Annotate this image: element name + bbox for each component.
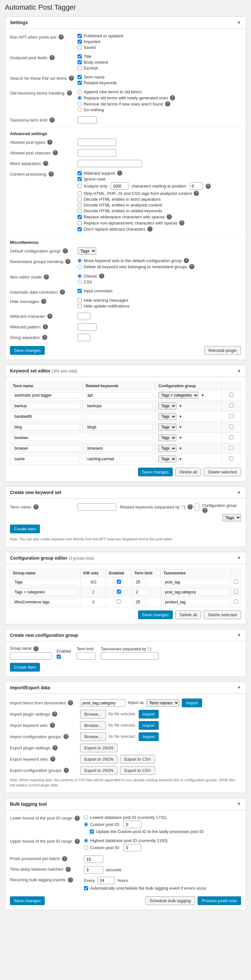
kw-group-select[interactable]: Tags + categories xyxy=(158,392,198,399)
run-apt-published-checkbox[interactable] xyxy=(78,34,82,38)
kw-row-checkbox[interactable] xyxy=(229,403,233,407)
input-correction-checkbox[interactable] xyxy=(78,289,82,293)
kw-term-input[interactable] xyxy=(13,456,80,462)
kw-group-select[interactable]: Tags xyxy=(158,413,176,420)
cp-analyze-help-icon[interactable]: ? xyxy=(206,184,211,189)
hide-updates-checkbox[interactable] xyxy=(78,304,82,308)
cp-strip-help-icon[interactable]: ? xyxy=(194,191,199,196)
new-term-input[interactable] xyxy=(78,503,116,511)
hide-warnings-checkbox[interactable] xyxy=(78,298,82,302)
cp-dont-replace-wc-help-icon[interactable]: ? xyxy=(147,226,152,232)
field-body-checkbox[interactable] xyxy=(78,60,82,64)
term-limit-help-icon[interactable]: ? xyxy=(50,118,55,123)
lower-custom-radio[interactable] xyxy=(84,822,88,827)
nonexistent-groups-help-icon[interactable]: ? xyxy=(66,259,70,264)
config-delete-all-btn[interactable]: Delete all xyxy=(175,611,201,619)
tax-replace-help-icon[interactable]: ? xyxy=(170,95,175,100)
hide-messages-help-icon[interactable]: ? xyxy=(41,299,46,304)
wildcard-char-help-icon[interactable]: ? xyxy=(47,313,53,319)
cp-replace-nonalpha-checkbox[interactable] xyxy=(78,221,82,225)
schedule-bulk-btn[interactable]: Schedule bulk tagging xyxy=(145,896,195,905)
config-enabled-checkbox[interactable] xyxy=(117,579,121,584)
tax-remove-help-icon[interactable]: ? xyxy=(165,101,170,107)
new-term-help-icon[interactable]: ? xyxy=(34,504,38,509)
item-editor-help-icon[interactable]: ? xyxy=(44,274,49,280)
kw-row-checkbox[interactable] xyxy=(229,414,233,418)
config-name-input[interactable] xyxy=(13,589,78,595)
cp-ignore-case-checkbox[interactable] xyxy=(78,177,82,181)
cp-replace-na-help-icon[interactable]: ? xyxy=(179,220,184,226)
import-taxonomies-input[interactable] xyxy=(80,699,125,706)
wildcard-pattern-input[interactable]: (.*) xyxy=(78,323,97,331)
nonexist-move-radio[interactable] xyxy=(78,259,82,263)
run-apt-saved-checkbox[interactable] xyxy=(78,45,82,49)
bulk-save-btn[interactable]: Save changes xyxy=(10,896,45,905)
field-title-checkbox[interactable] xyxy=(78,54,82,59)
new-config-group-help-icon[interactable]: ? xyxy=(202,508,208,513)
tax-append-radio[interactable] xyxy=(78,90,82,94)
export-plugin-settings-help-icon[interactable]: ? xyxy=(53,745,58,750)
post-statuses-help-icon[interactable]: ? xyxy=(53,150,58,155)
upper-bound-help-icon[interactable]: ? xyxy=(75,839,80,844)
default-config-help-icon[interactable]: ? xyxy=(63,248,68,253)
tax-nothing-radio[interactable] xyxy=(78,108,82,112)
config-delete-selected-btn[interactable]: Delete selected xyxy=(204,611,241,619)
lower-lowest-radio[interactable] xyxy=(84,815,88,819)
cp-wildcard-checkbox[interactable] xyxy=(78,171,82,175)
nonexist-delete-radio[interactable] xyxy=(78,265,82,269)
settings-toggle-icon[interactable]: ▼ xyxy=(237,20,241,25)
kw-group-select[interactable]: Tags xyxy=(158,445,176,452)
config-taxonomies-input[interactable] xyxy=(163,599,229,605)
keyword-save-btn[interactable]: Save changes xyxy=(138,468,173,476)
kw-related-checkbox[interactable] xyxy=(78,81,82,85)
lower-bound-help-icon[interactable]: ? xyxy=(75,816,80,821)
kw-related-input[interactable] xyxy=(86,402,153,409)
config-enabled-checkbox[interactable] xyxy=(117,590,121,594)
kw-arrow-icon[interactable]: ▼ xyxy=(201,393,205,397)
kw-row-checkbox[interactable] xyxy=(229,457,233,461)
kw-arrow-icon[interactable]: ▼ xyxy=(179,457,182,461)
keyword-delete-selected-btn[interactable]: Delete selected xyxy=(204,468,241,476)
export-config-groups-help-icon[interactable]: ? xyxy=(64,768,69,773)
new-group-enabled-checkbox[interactable] xyxy=(57,654,61,659)
create-keyword-toggle-icon[interactable]: ▼ xyxy=(237,490,241,495)
import-export-toggle-icon[interactable]: ▼ xyxy=(237,685,241,690)
kw-term-input[interactable] xyxy=(13,413,80,420)
kw-arrow-icon[interactable]: ▼ xyxy=(179,404,182,408)
nonexist-move-help-icon[interactable]: ? xyxy=(184,258,189,263)
config-term-limit-input[interactable] xyxy=(134,579,147,585)
import-config-groups-btn[interactable]: Import xyxy=(139,732,159,741)
kw-row-checkbox[interactable] xyxy=(229,393,233,397)
cp-strip-html-checkbox[interactable] xyxy=(78,191,82,196)
kw-row-checkbox[interactable] xyxy=(229,446,233,450)
cp-replace-ws-help-icon[interactable]: ? xyxy=(167,214,172,220)
term-limit-input[interactable]: 25 xyxy=(78,116,97,124)
cp-analyze-only-checkbox[interactable] xyxy=(78,184,82,188)
config-name-input[interactable] xyxy=(13,599,78,605)
search-kw-help-icon[interactable]: ? xyxy=(69,76,74,81)
default-config-select[interactable]: Tags xyxy=(78,247,96,255)
auto-unschedule-checkbox[interactable] xyxy=(84,886,88,890)
taxonomy-handling-help-icon[interactable]: ? xyxy=(67,91,72,95)
tax-remove-radio[interactable] xyxy=(78,102,82,106)
export-config-json-btn[interactable]: Export to JSON xyxy=(80,766,117,775)
wildcard-char-input[interactable]: * xyxy=(78,313,90,320)
analyzed-fields-help-icon[interactable]: ? xyxy=(50,55,55,60)
config-save-btn[interactable]: Save changes xyxy=(138,611,173,619)
recurring-help-icon[interactable]: ? xyxy=(68,877,73,883)
field-excerpt-checkbox[interactable] xyxy=(78,66,82,70)
kw-related-input[interactable] xyxy=(86,434,153,441)
kw-group-select[interactable]: Tags xyxy=(158,434,176,441)
update-custom-id-checkbox[interactable] xyxy=(90,829,94,834)
new-group-name-input[interactable] xyxy=(10,652,52,660)
new-config-group-select[interactable]: Tags xyxy=(222,514,241,521)
run-apt-help-icon[interactable]: ? xyxy=(59,34,64,40)
new-group-name-help-icon[interactable]: ? xyxy=(34,646,38,651)
export-config-csv-btn[interactable]: Export to CSV xyxy=(120,766,155,775)
recurring-hours-input[interactable]: 24 xyxy=(97,877,115,884)
export-kw-csv-btn[interactable]: Export to CSV xyxy=(120,755,155,764)
config-row-checkbox[interactable] xyxy=(234,579,238,584)
process-posts-btn[interactable]: Process posts now xyxy=(198,896,241,905)
settings-save-btn[interactable]: Save changes xyxy=(10,346,45,355)
upper-custom-radio[interactable] xyxy=(84,846,88,850)
